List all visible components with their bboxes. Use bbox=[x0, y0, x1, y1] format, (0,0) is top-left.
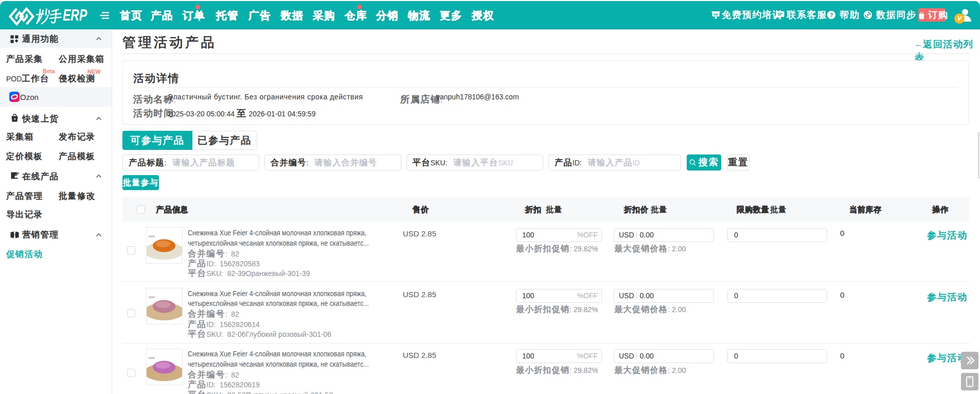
svg-text:?: ? bbox=[830, 12, 833, 18]
